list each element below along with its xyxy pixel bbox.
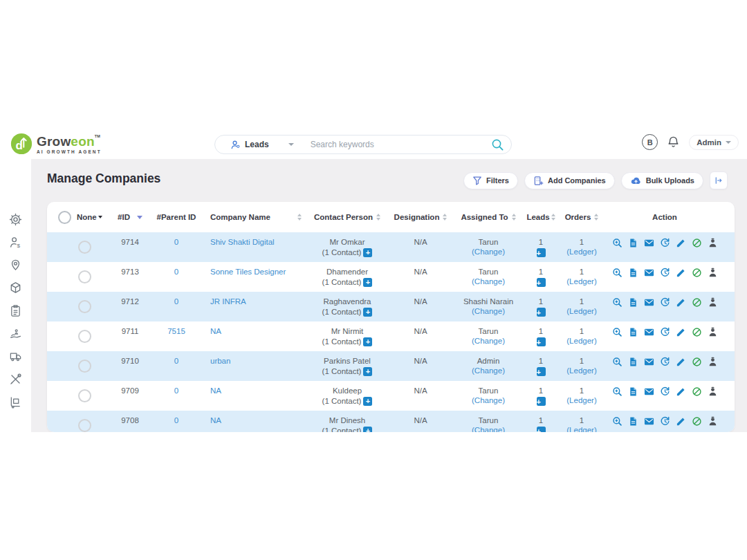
document-icon[interactable] [628,357,638,367]
column-header-assigned[interactable]: Assigned To [452,213,524,221]
ledger-link[interactable]: (Ledger) [566,306,596,316]
block-icon[interactable] [692,386,702,397]
edit-icon[interactable] [676,238,686,248]
add-lead-button[interactable]: + [537,278,546,287]
search-input[interactable] [309,139,491,150]
location-pin-icon[interactable] [9,259,22,272]
row-select-radio[interactable] [78,419,91,432]
zoom-in-icon[interactable] [612,416,622,427]
edit-icon[interactable] [676,386,686,397]
user-icon[interactable] [708,327,718,337]
document-icon[interactable] [628,297,638,308]
search-icon[interactable] [491,138,504,151]
change-assigned-link[interactable]: (Change) [472,395,505,405]
trolley-icon[interactable] [9,395,22,409]
row-select-radio[interactable] [78,330,91,343]
zoom-in-icon[interactable] [612,238,622,248]
change-assigned-link[interactable]: (Change) [472,247,505,256]
column-header-id[interactable]: #ID [111,213,149,221]
block-icon[interactable] [692,297,702,308]
add-lead-button[interactable]: + [537,397,546,406]
sort-icon[interactable] [512,214,516,221]
ledger-link[interactable]: (Ledger) [566,366,596,375]
zoom-in-icon[interactable] [612,327,622,337]
gear-icon[interactable] [9,213,22,226]
history-icon[interactable] [660,327,670,337]
company-name-link[interactable]: NA [210,326,221,336]
search-category-dropdown[interactable]: Leads [230,140,269,150]
row-select-radio[interactable] [78,360,91,373]
change-assigned-link[interactable]: (Change) [472,425,505,432]
cube-icon[interactable] [9,281,22,295]
document-icon[interactable] [628,327,638,337]
envelope-icon[interactable] [644,238,654,248]
add-contact-button[interactable]: + [363,397,372,406]
column-header-parent-id[interactable]: #Parent ID [149,213,203,221]
edit-icon[interactable] [676,297,686,308]
block-icon[interactable] [692,327,702,337]
edit-icon[interactable] [676,268,686,278]
add-lead-button[interactable]: + [537,367,546,376]
add-contact-button[interactable]: + [363,248,372,257]
ledger-link[interactable]: (Ledger) [566,247,596,256]
document-icon[interactable] [628,268,638,278]
history-icon[interactable] [660,416,670,427]
document-icon[interactable] [628,386,638,397]
admin-menu[interactable]: Admin [689,135,739,150]
b-badge[interactable]: B [642,134,658,150]
bell-icon[interactable] [667,136,680,149]
change-assigned-link[interactable]: (Change) [472,366,505,375]
zoom-in-icon[interactable] [612,386,622,397]
sort-icon[interactable] [551,214,555,221]
parent-id-link[interactable]: 0 [174,267,178,277]
add-contact-button[interactable]: + [363,337,372,346]
change-assigned-link[interactable]: (Change) [472,306,505,316]
column-header-orders[interactable]: Orders [557,213,606,221]
hand-offer-icon[interactable] [9,327,22,340]
select-all-radio[interactable] [58,211,71,224]
column-header-company[interactable]: Company Name [203,213,306,221]
edit-icon[interactable] [676,416,686,427]
add-contact-button[interactable]: + [363,367,372,376]
history-icon[interactable] [660,386,670,397]
add-lead-button[interactable]: + [537,337,546,346]
user-icon[interactable] [708,268,718,278]
clipboard-list-icon[interactable] [9,304,22,317]
ledger-link[interactable]: (Ledger) [566,277,596,286]
envelope-icon[interactable] [644,268,654,278]
envelope-icon[interactable] [644,327,654,337]
add-companies-button[interactable]: Add Companies [524,172,615,189]
block-icon[interactable] [692,238,702,248]
add-lead-button[interactable]: + [537,248,546,257]
zoom-in-icon[interactable] [612,357,622,367]
envelope-icon[interactable] [644,416,654,427]
parent-id-link[interactable]: 0 [174,386,178,395]
envelope-icon[interactable] [644,357,654,367]
add-contact-button[interactable]: + [363,427,372,433]
truck-icon[interactable] [9,350,22,363]
edit-icon[interactable] [676,327,686,337]
zoom-in-icon[interactable] [612,297,622,308]
bulk-uploads-button[interactable]: Bulk Uploads [621,172,703,189]
filters-button[interactable]: Filters [463,172,518,189]
parent-id-link[interactable]: 0 [174,356,178,366]
parent-id-link[interactable]: 7515 [167,326,185,336]
sort-icon[interactable] [594,214,598,221]
block-icon[interactable] [692,357,702,367]
envelope-icon[interactable] [644,297,654,308]
parent-id-link[interactable]: 0 [174,297,178,306]
company-name-link[interactable]: NA [210,416,221,425]
user-icon[interactable] [708,416,718,427]
parent-id-link[interactable]: 0 [174,416,178,425]
company-name-link[interactable]: JR INFRA [210,297,246,306]
history-icon[interactable] [660,268,670,278]
row-select-radio[interactable] [78,241,91,254]
row-select-radio[interactable] [78,270,91,283]
parent-id-link[interactable]: 0 [174,237,178,247]
person-dollar-icon[interactable]: $ [9,236,22,249]
history-icon[interactable] [660,297,670,308]
column-header-leads[interactable]: Leads [524,213,557,221]
user-icon[interactable] [708,238,718,248]
add-contact-button[interactable]: + [363,308,372,317]
chevron-down-icon[interactable] [288,143,294,146]
